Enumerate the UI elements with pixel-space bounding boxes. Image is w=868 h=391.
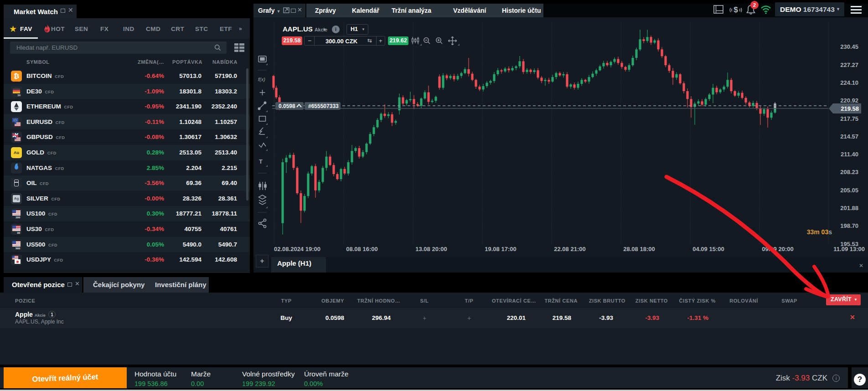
svg-text:0.0598: 0.0598 bbox=[279, 103, 295, 109]
svg-text:#655507333: #655507333 bbox=[308, 103, 339, 109]
svg-text:214.57: 214.57 bbox=[840, 133, 858, 140]
svg-text:224.10: 224.10 bbox=[840, 79, 858, 86]
svg-text:T: T bbox=[259, 158, 263, 165]
svg-text:02.08.2024 19:00: 02.08.2024 19:00 bbox=[274, 246, 320, 252]
svg-text:219.58: 219.58 bbox=[841, 105, 859, 112]
svg-text:22.08 21:00: 22.08 21:00 bbox=[554, 246, 585, 252]
svg-text:08.08 16:00: 08.08 16:00 bbox=[346, 246, 377, 252]
svg-text:13.08 20:00: 13.08 20:00 bbox=[415, 246, 447, 252]
svg-text:227.27: 227.27 bbox=[840, 62, 858, 68]
svg-text:f(x): f(x) bbox=[258, 77, 265, 82]
svg-text:230.45: 230.45 bbox=[840, 43, 858, 50]
svg-text:19.08 17:00: 19.08 17:00 bbox=[485, 246, 516, 252]
svg-text:217.75: 217.75 bbox=[840, 115, 858, 122]
svg-text:$: $ bbox=[734, 5, 738, 14]
svg-text:211.40: 211.40 bbox=[841, 151, 858, 158]
svg-text:220.92: 220.92 bbox=[840, 97, 858, 104]
